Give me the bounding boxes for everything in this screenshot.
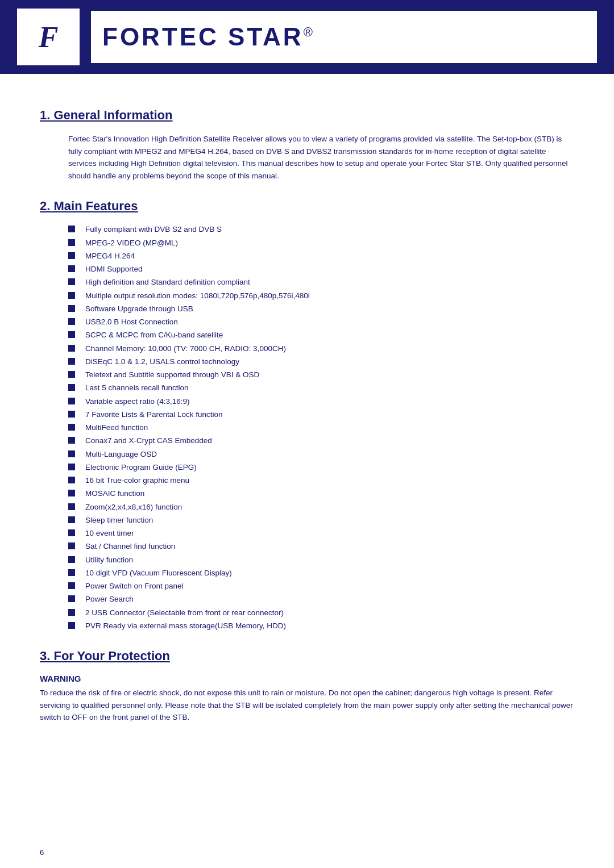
feature-text: Channel Memory: 10,000 (TV: 7000 CH, RAD… [85,343,286,354]
list-item: MPEG-2 VIDEO (MP@ML) [68,237,574,249]
page-number: 6 [40,848,44,857]
section-main-features: 2. Main Features Fully compliant with DV… [40,199,574,632]
list-item: Power Search [68,594,574,605]
bullet-icon [68,464,75,470]
feature-text: MOSAIC function [85,488,144,499]
feature-text: Teletext and Subtitle supported through … [85,369,259,381]
bullet-icon [68,516,75,523]
bullet-icon [68,569,75,576]
logo-letter: F [39,20,59,54]
list-item: SCPC & MCPC from C/Ku-band satellite [68,329,574,341]
list-item: MPEG4 H.264 [68,251,574,262]
list-item: Zoom(x2,x4,x8,x16) function [68,502,574,513]
list-item: 10 event timer [68,528,574,539]
bullet-icon [68,252,75,259]
features-list: Fully compliant with DVB S2 and DVB SMPE… [68,224,574,632]
bullet-icon [68,437,75,444]
bullet-icon [68,292,75,299]
section-3-title: 3. For Your Protection [40,649,574,663]
feature-text: Sat / Channel find function [85,541,175,552]
list-item: Power Switch on Front panel [68,581,574,592]
warning-title: WARNING [40,674,574,683]
list-item: 16 bit True-color graphic menu [68,475,574,486]
feature-text: MPEG-2 VIDEO (MP@ML) [85,237,178,249]
feature-text: Power Switch on Front panel [85,581,184,592]
list-item: Multiple output resolution modes: 1080i,… [68,290,574,302]
list-item: DiSEqC 1.0 & 1.2, USALS control technolo… [68,356,574,368]
feature-text: High definition and Standard definition … [85,277,250,288]
feature-text: 10 digit VFD (Vacuum Fluorescent Display… [85,567,232,579]
bullet-icon [68,318,75,325]
list-item: HDMI Supported [68,264,574,275]
feature-text: DiSEqC 1.0 & 1.2, USALS control technolo… [85,356,239,368]
page-container: F FORTEC STAR® 1. General Information Fo… [0,0,614,868]
feature-text: MultiFeed function [85,422,148,433]
bullet-icon [68,345,75,352]
list-item: Variable aspect ratio (4:3,16:9) [68,396,574,407]
list-item: Fully compliant with DVB S2 and DVB S [68,224,574,235]
bullet-icon [68,556,75,563]
header: F FORTEC STAR® [0,0,614,74]
feature-text: Utility function [85,554,133,566]
bullet-icon [68,265,75,272]
bullet-icon [68,477,75,483]
content-area: 1. General Information Fortec Star's Inn… [0,74,614,758]
list-item: Multi-Language OSD [68,449,574,460]
section-1-title: 1. General Information [40,108,574,123]
list-item: Sat / Channel find function [68,541,574,552]
list-item: MOSAIC function [68,488,574,499]
section-2-title: 2. Main Features [40,199,574,214]
feature-text: Variable aspect ratio (4:3,16:9) [85,396,190,407]
bullet-icon [68,411,75,418]
feature-text: 2 USB Connector (Selectable from front o… [85,607,284,619]
list-item: Software Upgrade through USB [68,303,574,315]
bullet-icon [68,398,75,404]
list-item: Utility function [68,554,574,566]
feature-text: MPEG4 H.264 [85,251,135,262]
feature-text: Electronic Program Guide (EPG) [85,462,197,473]
bullet-icon [68,384,75,391]
list-item: 10 digit VFD (Vacuum Fluorescent Display… [68,567,574,579]
bullet-icon [68,595,75,602]
logo-box: F [17,9,80,65]
list-item: PVR Ready via external mass storage(USB … [68,620,574,632]
bullet-icon [68,450,75,457]
list-item: Last 5 channels recall function [68,382,574,394]
list-item: USB2.0 B Host Connection [68,316,574,328]
list-item: High definition and Standard definition … [68,277,574,288]
bullet-icon [68,331,75,338]
list-item: 7 Favorite Lists & Parental Lock functio… [68,409,574,420]
feature-text: 7 Favorite Lists & Parental Lock functio… [85,409,223,420]
feature-text: Multi-Language OSD [85,449,157,460]
feature-text: SCPC & MCPC from C/Ku-band satellite [85,329,223,341]
list-item: MultiFeed function [68,422,574,433]
brand-area: FORTEC STAR® [91,9,597,65]
list-item: Teletext and Subtitle supported through … [68,369,574,381]
bullet-icon [68,622,75,629]
feature-text: Conax7 and X-Crypt CAS Embedded [85,435,212,446]
feature-text: 10 event timer [85,528,134,539]
bullet-icon [68,278,75,285]
bullet-icon [68,609,75,616]
feature-text: Fully compliant with DVB S2 and DVB S [85,224,222,235]
section-for-your-protection: 3. For Your Protection WARNING To reduce… [40,649,574,724]
section-general-information: 1. General Information Fortec Star's Inn… [40,108,574,182]
list-item: Sleep timer function [68,515,574,526]
feature-text: Multiple output resolution modes: 1080i,… [85,290,310,302]
feature-text: USB2.0 B Host Connection [85,316,178,328]
bullet-icon [68,239,75,246]
list-item: 2 USB Connector (Selectable from front o… [68,607,574,619]
bullet-icon [68,371,75,378]
feature-text: Power Search [85,594,134,605]
bullet-icon [68,358,75,365]
brand-name: FORTEC STAR® [102,23,315,51]
list-item: Conax7 and X-Crypt CAS Embedded [68,435,574,446]
feature-text: HDMI Supported [85,264,143,275]
bullet-icon [68,226,75,232]
bullet-icon [68,305,75,312]
list-item: Channel Memory: 10,000 (TV: 7000 CH, RAD… [68,343,574,354]
feature-text: Software Upgrade through USB [85,303,193,315]
bullet-icon [68,582,75,589]
feature-text: Zoom(x2,x4,x8,x16) function [85,502,182,513]
feature-text: Sleep timer function [85,515,153,526]
